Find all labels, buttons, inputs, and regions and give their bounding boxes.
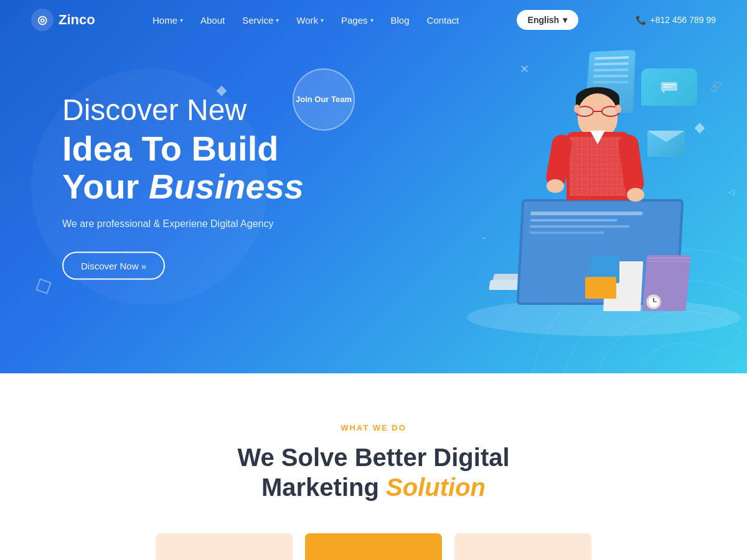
hero-title-line1: Discover New: [62, 94, 304, 127]
svg-rect-2: [663, 84, 675, 85]
hero-content: Discover New Idea To Build Your Business…: [62, 94, 304, 280]
brand-name: Zinco: [59, 12, 95, 28]
section-eyebrow: WHAT WE DO: [62, 423, 685, 432]
service-cards-row: [62, 533, 685, 560]
hero-title-line3: Your Business: [62, 167, 304, 206]
hero-title-line2: Idea To Build: [62, 129, 304, 167]
what-we-do-section: WHAT WE DO We Solve Better Digital Marke…: [0, 373, 747, 560]
svg-marker-1: [662, 91, 665, 93]
service-chevron: ▾: [276, 17, 279, 24]
navbar: ◎ Zinco Home ▾ About Service ▾ Work ▾: [0, 0, 747, 40]
language-button[interactable]: English ▾: [517, 10, 579, 30]
hero-section: ✕ + ˇ ◎ Zinco Home ▾ About Service ▾: [0, 0, 747, 373]
person-illustration: [535, 87, 660, 274]
nav-home[interactable]: Home ▾: [153, 15, 183, 26]
deco-link: 🔗: [710, 81, 722, 93]
discover-button[interactable]: Discover Now »: [62, 251, 165, 279]
nav-links: Home ▾ About Service ▾ Work ▾ Pages ▾: [153, 15, 459, 26]
deco-triangle: ◁: [728, 187, 735, 197]
phone-link[interactable]: 📞 +812 456 789 99: [636, 15, 716, 25]
pages-chevron: ▾: [370, 17, 374, 24]
nav-blog[interactable]: Blog: [391, 15, 410, 26]
card-3: [454, 533, 591, 560]
nav-work[interactable]: Work ▾: [296, 15, 324, 26]
work-chevron: ▾: [321, 17, 324, 24]
logo[interactable]: ◎ Zinco: [31, 9, 95, 31]
hero-subtitle: We are professional & Experiene Digital …: [62, 218, 304, 229]
home-chevron: ▾: [180, 17, 183, 24]
logo-icon: ◎: [31, 9, 54, 31]
svg-rect-21: [585, 277, 616, 299]
lang-chevron: ▾: [563, 15, 567, 25]
nav-contact[interactable]: Contact: [427, 15, 459, 26]
nav-pages[interactable]: Pages ▾: [341, 15, 374, 26]
section-title: We Solve Better Digital Marketing Soluti…: [62, 442, 685, 502]
card-2: [305, 533, 442, 560]
card-1: [156, 533, 293, 560]
nav-service[interactable]: Service ▾: [242, 15, 279, 26]
nav-about[interactable]: About: [200, 15, 225, 26]
deco-square-1: [35, 278, 52, 294]
hero-illustration: 🔗 ◁: [398, 31, 747, 355]
svg-rect-3: [663, 86, 672, 88]
phone-icon: 📞: [636, 15, 646, 25]
